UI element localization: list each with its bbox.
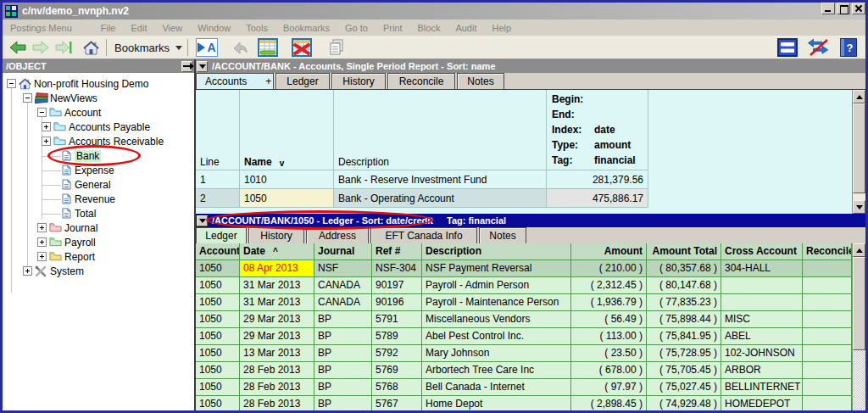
help-button[interactable]: ? [840, 38, 857, 57]
tree-item-bank[interactable]: Bank [3, 149, 194, 164]
cell-date[interactable]: 31 Mar 2013 [240, 294, 314, 311]
menu-goto[interactable]: Go to [337, 23, 376, 33]
cell-date[interactable]: 31 Mar 2013 [240, 277, 314, 294]
column-header-description[interactable]: Description [422, 243, 571, 260]
scrollbar-thumb[interactable] [853, 103, 865, 193]
cell-reconcile[interactable] [803, 294, 852, 311]
cell-ref[interactable]: 5767 [372, 396, 422, 410]
tab-notes[interactable]: Notes [479, 227, 526, 243]
collapse-icon[interactable] [37, 108, 47, 117]
scrollbar-track[interactable] [853, 350, 865, 410]
insert-row-button[interactable] [257, 38, 279, 57]
menu-window[interactable]: Window [190, 23, 238, 33]
cell-journal[interactable]: CANADA [314, 277, 372, 294]
cell-reconcile[interactable] [803, 328, 852, 345]
split-view-button[interactable] [776, 38, 798, 57]
account-row[interactable]: 1 1010 Bank - Reserve Investment Fund 28… [196, 170, 852, 189]
ledger-panel-header[interactable]: /ACCOUNT/BANK/1050 - Ledger - Sort: date… [196, 214, 865, 227]
goto-account-button[interactable]: A [196, 38, 218, 57]
cell-description[interactable]: Bank - Operating Account [334, 189, 547, 208]
menu-help[interactable]: Help [484, 23, 519, 33]
ledger-row-selected[interactable]: 1050 08 Apr 2013 NSF NSF-304 NSF Payment… [196, 260, 852, 277]
tree-item-accounts-payable[interactable]: Accounts Payable [3, 120, 194, 135]
account-row-selected[interactable]: 2 1050 Bank - Operating Account 475,886.… [196, 189, 852, 208]
tab-address[interactable]: Address [306, 227, 369, 243]
cell-reconcile[interactable] [803, 277, 852, 294]
ledger-row[interactable]: 1050 29 Mar 2013 BP 5789 Abel Pest Contr… [196, 328, 852, 345]
menu-file[interactable]: File [93, 23, 124, 33]
column-header-name[interactable]: Namev [240, 90, 334, 170]
expand-icon[interactable] [37, 252, 47, 261]
ledger-row[interactable]: 1050 31 Mar 2013 CANADA 90196 Payroll - … [196, 294, 852, 311]
ledger-row[interactable]: 1050 28 Feb 2013 BP 5768 Bell Canada - I… [196, 379, 852, 396]
tree-item-newviews[interactable]: NewViews [3, 92, 194, 106]
sync-disabled-button[interactable] [807, 38, 831, 57]
cell-amount[interactable]: 475,886.17 [547, 189, 648, 208]
tab-eft-canada-info[interactable]: EFT Canada Info [370, 227, 477, 243]
cell-cross-account[interactable]: 304-HALL [721, 260, 803, 277]
undo-button[interactable] [230, 38, 250, 57]
cell-journal[interactable]: NSF [314, 260, 372, 277]
expand-icon[interactable] [42, 137, 51, 146]
cell-journal[interactable]: CANADA [314, 294, 372, 311]
cell-journal[interactable]: BP [314, 328, 372, 345]
menu-tools[interactable]: Tools [238, 23, 275, 33]
back-button[interactable] [8, 38, 28, 57]
column-header-cross-account[interactable]: Cross Account [721, 243, 803, 260]
ledger-row[interactable]: 1050 31 Mar 2013 CANADA 90197 Payroll - … [196, 277, 852, 294]
cell-amount-total[interactable]: ( 75,705.45 ) [647, 362, 721, 379]
tab-reconcile[interactable]: Reconcile [387, 73, 455, 89]
home-button[interactable] [81, 38, 101, 57]
tree-item-general[interactable]: General [3, 178, 194, 193]
cell-amount-total[interactable]: ( 75,728.95 ) [647, 345, 721, 362]
panel-menu-button[interactable] [197, 61, 208, 72]
collapse-icon[interactable] [23, 93, 32, 103]
cell-amount[interactable]: ( 23.50 ) [571, 345, 647, 362]
collapse-icon[interactable] [7, 79, 16, 88]
cell-cross-account[interactable]: MISC [721, 311, 803, 328]
cell-account[interactable]: 1050 [196, 294, 240, 311]
panel-expand-button[interactable] [181, 61, 192, 72]
cell-description[interactable]: Home Depot [422, 396, 571, 410]
cell-reconcile[interactable] [803, 260, 852, 277]
cell-line[interactable]: 1 [196, 170, 240, 189]
tab-accounts[interactable]: Accounts+ [196, 73, 274, 89]
cell-name-cursor[interactable]: 1050 [240, 189, 334, 208]
cell-ref[interactable]: 90197 [372, 277, 422, 294]
tree-item-report[interactable]: Report [3, 250, 194, 265]
maximize-button[interactable] [837, 3, 850, 14]
forward-button[interactable] [31, 38, 51, 57]
cell-amount-total[interactable]: ( 75,841.95 ) [647, 328, 721, 345]
ledger-row[interactable]: 1050 13 Mar 2013 BP 5792 Mary Johnson ( … [196, 345, 852, 362]
cell-journal[interactable]: BP [314, 396, 372, 410]
scroll-down-button[interactable] [853, 200, 865, 214]
cell-amount[interactable]: ( 2,898.45 ) [571, 396, 647, 410]
cell-description[interactable]: Bell Canada - Internet [422, 379, 571, 396]
cell-account[interactable]: 1050 [196, 362, 240, 379]
cell-amount-total[interactable]: ( 80,357.68 ) [647, 260, 721, 277]
panel-menu-button[interactable] [197, 215, 208, 226]
cell-amount-total[interactable]: ( 77,835.23 ) [647, 294, 721, 311]
cell-amount[interactable]: ( 56.49 ) [571, 311, 647, 328]
cell-amount-total[interactable]: ( 80,147.68 ) [647, 277, 721, 294]
cell-description[interactable]: Payroll - Maintenance Person [422, 294, 571, 311]
cell-date[interactable]: 28 Feb 2013 [240, 396, 314, 410]
cell-amount[interactable]: ( 2,312.45 ) [571, 277, 647, 294]
cell-cross-account[interactable]: ARBOR [721, 362, 803, 379]
accounts-panel-header[interactable]: /ACCOUNT/BANK - Accounts, Single Period … [196, 59, 865, 73]
column-header-amount[interactable]: Amount [571, 243, 647, 260]
scroll-up-button[interactable] [853, 90, 865, 103]
ledger-scrollbar[interactable] [852, 243, 865, 410]
tab-ledger-active[interactable]: Ledger [196, 227, 247, 243]
cell-ref[interactable]: NSF-304 [372, 260, 422, 277]
tab-notes[interactable]: Notes [457, 73, 504, 89]
cell-account[interactable]: 1050 [196, 345, 240, 362]
cell-amount[interactable]: ( 113.00 ) [571, 328, 647, 345]
scroll-up-button[interactable] [853, 243, 865, 257]
column-header-journal[interactable]: Journal [314, 243, 372, 260]
ledger-row[interactable]: 1050 29 Mar 2013 BP 5791 Miscellaneous V… [196, 311, 852, 328]
tab-history[interactable]: History [331, 73, 386, 89]
cell-description[interactable]: Mary Johnson [422, 345, 571, 362]
expand-icon[interactable] [42, 122, 51, 131]
cell-account[interactable]: 1050 [196, 277, 240, 294]
